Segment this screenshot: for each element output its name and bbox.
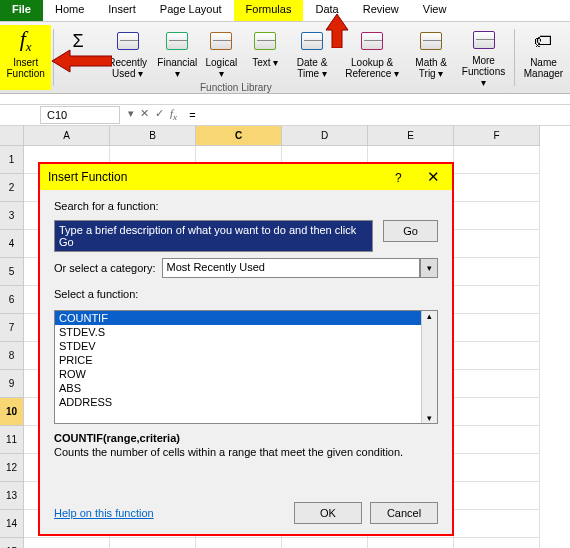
- cell[interactable]: [282, 538, 368, 548]
- select-function-label: Select a function:: [54, 288, 438, 300]
- chevron-down-icon[interactable]: ▾: [420, 258, 438, 278]
- function-list-item[interactable]: STDEV.S: [55, 325, 421, 339]
- row-header[interactable]: 8: [0, 342, 24, 370]
- book-icon: [470, 27, 498, 53]
- tab-view[interactable]: View: [411, 0, 459, 21]
- dropdown-icon[interactable]: ▾: [128, 107, 134, 122]
- cell[interactable]: [454, 538, 540, 548]
- book-icon: [417, 27, 445, 55]
- close-icon[interactable]: ✕: [423, 168, 444, 185]
- cell[interactable]: [454, 174, 540, 202]
- tag-icon: 🏷: [529, 27, 557, 55]
- row-header[interactable]: 6: [0, 286, 24, 314]
- ok-button[interactable]: OK: [294, 502, 362, 524]
- select-all-corner[interactable]: [0, 126, 24, 146]
- insert-function-button[interactable]: fx Insert Function: [0, 25, 51, 90]
- tab-insert[interactable]: Insert: [96, 0, 148, 21]
- text-button[interactable]: Text ▾: [243, 25, 287, 90]
- function-listbox[interactable]: COUNTIFSTDEV.SSTDEVPRICEROWABSADDRESS ▴▾: [54, 310, 438, 424]
- cell[interactable]: [454, 398, 540, 426]
- row-header[interactable]: 2: [0, 174, 24, 202]
- cell[interactable]: [454, 146, 540, 174]
- row-header[interactable]: 11: [0, 426, 24, 454]
- tab-home[interactable]: Home: [43, 0, 96, 21]
- row-header[interactable]: 3: [0, 202, 24, 230]
- search-label: Search for a function:: [54, 200, 438, 212]
- fx-icon: fx: [12, 27, 40, 55]
- row-header[interactable]: 14: [0, 510, 24, 538]
- search-input[interactable]: Type a brief description of what you wan…: [54, 220, 373, 252]
- help-link[interactable]: Help on this function: [54, 507, 154, 519]
- cell[interactable]: [454, 482, 540, 510]
- annotation-arrow: [52, 48, 112, 74]
- book-icon: [207, 27, 235, 55]
- enter-icon[interactable]: ✓: [155, 107, 164, 122]
- fx-icon[interactable]: fx: [170, 107, 177, 122]
- book-icon: [163, 27, 191, 55]
- cell[interactable]: [368, 538, 454, 548]
- function-list-item[interactable]: ADDRESS: [55, 395, 421, 409]
- tab-formulas[interactable]: Formulas: [234, 0, 304, 21]
- function-list-item[interactable]: COUNTIF: [55, 311, 421, 325]
- row-header[interactable]: 1: [0, 146, 24, 174]
- function-signature: COUNTIF(range,criteria): [54, 432, 180, 444]
- cell[interactable]: [454, 314, 540, 342]
- cell[interactable]: [110, 538, 196, 548]
- function-library-label: Function Library: [200, 82, 272, 93]
- row-header[interactable]: 4: [0, 230, 24, 258]
- cell[interactable]: [454, 202, 540, 230]
- column-header[interactable]: B: [110, 126, 196, 146]
- cell[interactable]: [454, 342, 540, 370]
- math-button[interactable]: Math & Trig ▾: [408, 25, 455, 90]
- financial-button[interactable]: Financial ▾: [155, 25, 199, 90]
- go-button[interactable]: Go: [383, 220, 438, 242]
- row-header[interactable]: 15: [0, 538, 24, 548]
- row-header[interactable]: 7: [0, 314, 24, 342]
- category-select[interactable]: Most Recently Used: [162, 258, 421, 278]
- cell[interactable]: [454, 426, 540, 454]
- dialog-title: Insert Function: [48, 170, 127, 184]
- book-icon: [114, 27, 142, 55]
- help-icon[interactable]: ?: [395, 171, 402, 185]
- function-description: Counts the number of cells within a rang…: [54, 446, 438, 458]
- function-list-item[interactable]: PRICE: [55, 353, 421, 367]
- logical-button[interactable]: Logical ▾: [199, 25, 243, 90]
- column-header[interactable]: F: [454, 126, 540, 146]
- column-header[interactable]: D: [282, 126, 368, 146]
- book-icon: [298, 27, 326, 55]
- column-header[interactable]: E: [368, 126, 454, 146]
- cell[interactable]: [454, 286, 540, 314]
- formula-input[interactable]: =: [185, 107, 570, 123]
- insert-function-dialog: Insert Function ? ✕ Search for a functio…: [38, 162, 454, 536]
- tab-review[interactable]: Review: [351, 0, 411, 21]
- svg-marker-1: [326, 14, 348, 48]
- name-box[interactable]: C10: [40, 106, 120, 124]
- row-header[interactable]: 5: [0, 258, 24, 286]
- more-functions-button[interactable]: More Functions ▾: [455, 25, 513, 90]
- tab-file[interactable]: File: [0, 0, 43, 21]
- column-header[interactable]: C: [196, 126, 282, 146]
- function-list-item[interactable]: ABS: [55, 381, 421, 395]
- function-list-item[interactable]: ROW: [55, 367, 421, 381]
- cell[interactable]: [454, 230, 540, 258]
- cell[interactable]: [454, 510, 540, 538]
- row-header[interactable]: 9: [0, 370, 24, 398]
- cell[interactable]: [24, 538, 110, 548]
- cell[interactable]: [454, 454, 540, 482]
- name-manager-button[interactable]: 🏷 Name Manager: [517, 25, 570, 90]
- column-header[interactable]: A: [24, 126, 110, 146]
- cell[interactable]: [454, 370, 540, 398]
- tab-page-layout[interactable]: Page Layout: [148, 0, 234, 21]
- cancel-icon[interactable]: ✕: [140, 107, 149, 122]
- row-header[interactable]: 12: [0, 454, 24, 482]
- cell[interactable]: [454, 258, 540, 286]
- scrollbar[interactable]: ▴▾: [421, 311, 437, 423]
- annotation-arrow: [324, 14, 350, 48]
- svg-marker-0: [52, 50, 112, 72]
- row-header[interactable]: 10: [0, 398, 24, 426]
- function-list-item[interactable]: STDEV: [55, 339, 421, 353]
- row-header[interactable]: 13: [0, 482, 24, 510]
- cell[interactable]: [196, 538, 282, 548]
- cancel-button[interactable]: Cancel: [370, 502, 438, 524]
- book-icon: [251, 27, 279, 55]
